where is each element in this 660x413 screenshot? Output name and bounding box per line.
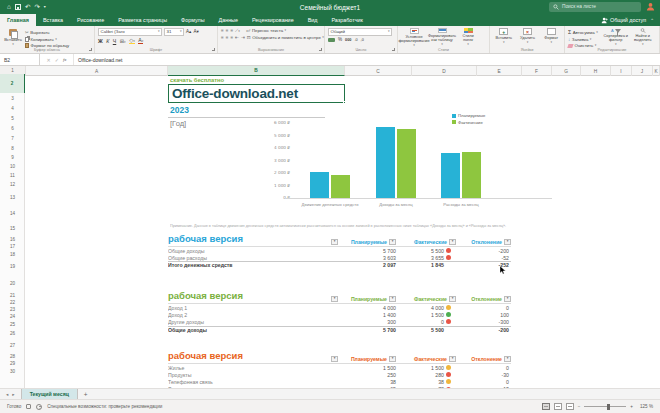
align-left-icon[interactable]: ≡ [221, 35, 224, 40]
column-header-C[interactable]: C [345, 66, 412, 76]
chart-bar-actual-1[interactable] [331, 175, 350, 198]
add-sheet-button[interactable]: + [78, 389, 94, 399]
underline-button[interactable]: Ч [113, 38, 116, 44]
table-row[interactable]: Общие доходы5 7005 500-200 [168, 247, 511, 254]
font-size-select[interactable]: 31▾ [164, 28, 184, 36]
redo-icon[interactable]: ↷ [34, 0, 39, 14]
find-select-button[interactable]: Найти и выделить▾ [631, 28, 655, 46]
filter-dropdown-icon[interactable]: ▾ [389, 356, 396, 362]
decrease-indent-icon[interactable]: ⇤ [235, 35, 239, 40]
wrap-text-button[interactable]: ⮐Перенос текста▾ [246, 28, 286, 33]
comma-style-icon[interactable]: 000 [345, 37, 351, 43]
sheet-tab-active[interactable]: Текущий месяц [21, 389, 78, 399]
table-row[interactable]: Жилье1 5001 5000 [168, 364, 511, 371]
table-row[interactable]: Продукты250280-30 [168, 371, 511, 378]
formula-input[interactable]: Office-download.net [74, 54, 660, 65]
filter-dropdown-icon[interactable]: ▾ [389, 239, 396, 245]
cell-area[interactable]: скачать бесплатно Office-download.net 20… [0, 76, 660, 388]
sort-filter-button[interactable]: А Сортировка и фильтр▾ [603, 28, 629, 46]
number-format-select[interactable]: Общий▾ [328, 28, 392, 36]
filter-dropdown-icon[interactable]: ▾ [504, 296, 511, 302]
bold-button[interactable]: Ж [98, 38, 103, 44]
column-header-I[interactable]: I [611, 66, 632, 76]
sheet-nav-left-icon[interactable]: ◂ [6, 392, 8, 397]
column-header-H[interactable]: H [581, 66, 611, 76]
chart-bar-planned-1[interactable] [310, 172, 329, 198]
ribbon-tab-4[interactable]: Разметка страницы [111, 14, 174, 26]
align-right-icon[interactable]: ≡ [230, 35, 233, 40]
chart-bar-actual-3[interactable] [462, 152, 481, 198]
row-header-1[interactable]: 1 [0, 67, 25, 74]
font-color-icon[interactable]: А▾ [138, 37, 143, 44]
save-icon[interactable] [15, 4, 21, 10]
column-header-E[interactable]: E [477, 66, 522, 76]
filter-dropdown-icon[interactable]: ▾ [331, 296, 338, 302]
table-row[interactable]: Общие доходы5 7005 500-200 [168, 326, 511, 333]
orientation-icon[interactable]: ⟋▾ [235, 28, 240, 33]
zoom-level[interactable]: 125 % [637, 404, 653, 409]
ribbon-tab-6[interactable]: Данные [212, 14, 245, 26]
column-header-F[interactable]: F [522, 66, 552, 76]
search-input[interactable]: Поиск на листе [549, 2, 641, 12]
column-header-J[interactable]: J [632, 66, 653, 76]
column-header-B[interactable]: B [168, 66, 345, 76]
merge-center-button[interactable]: ⊡Объединить и поместить в центре▾ [247, 35, 324, 40]
macro-record-icon[interactable] [26, 404, 31, 409]
column-header-K[interactable]: K [653, 66, 660, 76]
percent-style-icon[interactable]: % [338, 37, 342, 43]
column-header-G[interactable]: G [552, 66, 581, 76]
copy-button[interactable]: Копировать▾ [25, 37, 69, 42]
filter-dropdown-icon[interactable]: ▾ [331, 356, 338, 362]
filter-dropdown-icon[interactable]: ▾ [389, 296, 396, 302]
fill-color-icon[interactable]: ◇▾ [129, 37, 135, 44]
table-row[interactable]: Телефонная связь38380 [168, 378, 511, 385]
column-header-A[interactable]: A [26, 66, 168, 76]
align-center-icon[interactable]: ≡ [226, 35, 229, 40]
align-bottom-icon[interactable]: ≡ [230, 28, 233, 33]
fill-handle[interactable] [343, 101, 346, 104]
font-dialog-launcher-icon[interactable] [212, 48, 215, 51]
filter-dropdown-icon[interactable]: ▾ [331, 239, 338, 245]
view-page-layout-icon[interactable] [554, 403, 562, 410]
table-row[interactable]: Другие доходы3000-300 [168, 318, 511, 325]
ribbon-tab-5[interactable]: Формулы [174, 14, 211, 26]
italic-button[interactable]: К [106, 38, 109, 44]
alignment-dialog-launcher-icon[interactable] [319, 48, 322, 51]
cell-year-placeholder[interactable]: [Год] [170, 119, 186, 128]
ribbon-tab-1[interactable]: Главная [0, 14, 36, 26]
undo-icon[interactable]: ↶ [25, 0, 30, 14]
cut-button[interactable]: ✂Вырезать [25, 30, 69, 35]
table-row[interactable]: Итого денежных средств2 0971 845-252 [168, 261, 511, 268]
chart[interactable]: 6 000 ₽5 000 ₽4 000 ₽3 000 ₽2 000 ₽1 000… [250, 110, 558, 215]
collapse-ribbon-icon[interactable]: ⌃ [650, 18, 654, 23]
zoom-out-icon[interactable]: − [578, 404, 581, 409]
clipboard-dialog-launcher-icon[interactable] [89, 48, 92, 51]
view-page-break-icon[interactable] [566, 403, 574, 410]
conditional-formatting-button[interactable]: Условное форматирование▾ [401, 28, 427, 46]
ribbon-tab-2[interactable]: Вставка [36, 14, 70, 26]
cell-promo-text[interactable]: скачать бесплатно [170, 77, 224, 83]
home-icon[interactable]: ⌂ [7, 0, 11, 14]
insert-function-icon[interactable]: fx [63, 57, 67, 62]
filter-dropdown-icon[interactable]: ▾ [449, 239, 456, 245]
name-box[interactable]: B2 [0, 54, 40, 65]
ribbon-tab-9[interactable]: Разработчик [324, 14, 369, 26]
sheet-nav-right-icon[interactable]: ▸ [12, 392, 14, 397]
zoom-slider-thumb[interactable] [607, 404, 610, 410]
decrease-decimal-icon[interactable]: ,0 [361, 37, 364, 43]
chart-bar-actual-2[interactable] [397, 129, 416, 198]
zoom-in-icon[interactable]: + [630, 404, 633, 409]
cell-styles-button[interactable]: Стили ячеек▾ [457, 28, 479, 46]
filter-dropdown-icon[interactable]: ▾ [504, 356, 511, 362]
view-normal-icon[interactable] [542, 403, 550, 410]
paste-button[interactable]: Вставить ▾ [3, 28, 23, 46]
share-button[interactable]: Общий доступ [601, 17, 646, 24]
increase-decimal-icon[interactable]: .0 [354, 37, 357, 43]
selected-cell-b2[interactable]: Office-download.net [168, 84, 345, 103]
qat-customize-icon[interactable]: ▾ [44, 0, 46, 14]
ribbon-tab-8[interactable]: Вид [301, 14, 325, 26]
chart-bar-planned-3[interactable] [441, 153, 460, 198]
align-middle-icon[interactable]: ≡ [226, 28, 229, 33]
align-top-icon[interactable]: ≡ [221, 28, 224, 33]
accounting-format-icon[interactable] [328, 38, 335, 43]
